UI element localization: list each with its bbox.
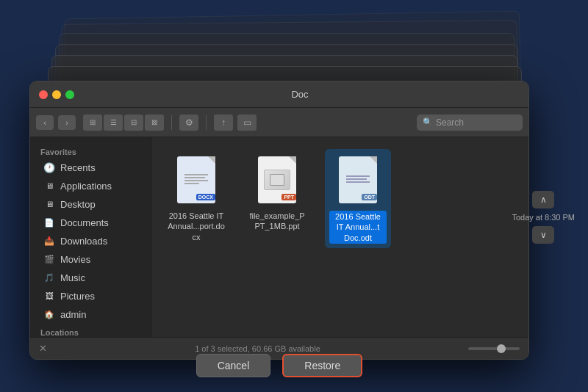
view-mode-group: ⊞ ☰ ⊟ ⊠: [83, 115, 164, 131]
downloads-icon: 📥: [43, 235, 55, 247]
search-box[interactable]: 🔍: [417, 115, 523, 131]
back-button[interactable]: ‹: [36, 115, 54, 130]
documents-icon: 📄: [43, 217, 55, 228]
movies-icon: 🎬: [43, 253, 55, 265]
locations-label: Locations: [30, 324, 151, 337]
favorites-label: Favorites: [30, 143, 151, 158]
grid-view-button[interactable]: ⊞: [83, 115, 102, 131]
size-slider[interactable]: [468, 347, 520, 350]
ppt-badge: PPT: [282, 194, 296, 200]
file-icon-odt: ODT: [336, 153, 380, 206]
sidebar-item-movies[interactable]: 🎬 Movies: [33, 250, 148, 268]
docx-badge: DOCX: [196, 194, 215, 200]
cancel-button[interactable]: Cancel: [196, 354, 271, 377]
file-item-ppt[interactable]: PPT file_example_PPT_1MB.ppt: [244, 149, 310, 236]
maximize-button[interactable]: [65, 90, 74, 99]
slider-thumb: [497, 344, 506, 353]
traffic-lights: [39, 90, 74, 99]
forward-button[interactable]: ›: [58, 115, 76, 130]
admin-icon: 🏠: [43, 308, 55, 320]
share-button[interactable]: ↑: [214, 115, 233, 131]
sidebar-item-label: Downloads: [60, 236, 107, 247]
file-item-docx[interactable]: DOCX 2016 Seattle IT Annual...port.docx: [163, 149, 229, 247]
sidebar-item-label: admin: [60, 309, 86, 320]
separator: [171, 115, 172, 130]
odt-icon-shape: ODT: [339, 156, 377, 203]
sidebar-item-admin[interactable]: 🏠 admin: [33, 305, 148, 323]
column-view-button[interactable]: ⊟: [124, 115, 143, 131]
slider-track: [468, 347, 520, 350]
sidebar: Favorites 🕐 Recents 🖥 Applications 🖥 Des…: [30, 137, 151, 337]
sidebar-item-documents[interactable]: 📄 Documents: [33, 214, 148, 231]
sidebar-item-label: Pictures: [60, 291, 95, 302]
statusbar-text: 1 of 3 selected, 60.66 GB available: [47, 344, 468, 353]
minimize-button[interactable]: [52, 90, 61, 99]
search-input[interactable]: [436, 117, 517, 128]
sidebar-item-label: Movies: [60, 254, 90, 265]
settings-button[interactable]: ⚙: [179, 115, 198, 131]
file-name-odt: 2016 Seattle IT Annual...t Doc.odt: [329, 211, 387, 244]
sidebar-item-pictures[interactable]: 🖼 Pictures: [33, 287, 148, 305]
action2-button[interactable]: ▭: [237, 115, 257, 131]
restore-button[interactable]: Restore: [282, 354, 362, 377]
sidebar-item-label: Desktop: [60, 199, 96, 210]
sidebar-item-label: Documents: [60, 217, 109, 228]
sidebar-item-applications[interactable]: 🖥 Applications: [33, 177, 148, 195]
toolbar: ‹ › ⊞ ☰ ⊟ ⊠ ⚙ ↑ ▭ 🔍: [30, 108, 528, 137]
scroll-up-button[interactable]: ∧: [532, 191, 554, 208]
scroll-down-button[interactable]: ∨: [532, 226, 554, 244]
desktop-icon: 🖥: [43, 198, 55, 210]
sidebar-item-desktop[interactable]: 🖥 Desktop: [33, 195, 148, 213]
search-icon: 🔍: [423, 117, 433, 127]
file-icon-ppt: PPT: [255, 153, 299, 206]
sidebar-item-label: Music: [60, 272, 85, 283]
music-icon: 🎵: [43, 272, 55, 283]
time-text: Today at 8:30 PM: [512, 213, 575, 222]
list-view-button[interactable]: ☰: [104, 115, 123, 131]
ppt-icon-shape: PPT: [258, 156, 296, 203]
separator2: [206, 115, 207, 130]
file-item-odt[interactable]: ODT 2016 Seattle IT Annual...t Doc.odt: [325, 149, 391, 248]
applications-icon: 🖥: [43, 180, 55, 192]
file-area: DOCX 2016 Seattle IT Annual...port.docx …: [151, 137, 528, 337]
file-name-ppt: file_example_PPT_1MB.ppt: [248, 211, 306, 232]
finder-window: Doc ‹ › ⊞ ☰ ⊟ ⊠ ⚙ ↑ ▭ 🔍 Favorites 🕐 Rece…: [29, 81, 529, 360]
window-title: Doc: [80, 89, 520, 100]
gallery-view-button[interactable]: ⊠: [145, 115, 164, 131]
sidebar-item-music[interactable]: 🎵 Music: [33, 269, 148, 286]
recents-icon: 🕐: [43, 161, 55, 173]
statusbar-close[interactable]: ✕: [39, 343, 47, 354]
odt-badge: ODT: [362, 194, 377, 200]
sidebar-item-label: Applications: [60, 181, 112, 192]
titlebar: Doc: [30, 81, 528, 108]
sidebar-item-label: Recents: [60, 162, 96, 173]
close-button[interactable]: [39, 90, 48, 99]
bottom-bar: Cancel Restore: [29, 354, 529, 377]
sidebar-item-recents[interactable]: 🕐 Recents: [33, 159, 148, 176]
file-name-docx: 2016 Seattle IT Annual...port.docx: [168, 211, 225, 242]
time-notification: ∧ Today at 8:30 PM ∨: [512, 191, 575, 244]
docx-icon-shape: DOCX: [177, 156, 215, 203]
file-icon-docx: DOCX: [174, 153, 218, 206]
pictures-icon: 🖼: [43, 290, 55, 302]
sidebar-item-downloads[interactable]: 📥 Downloads: [33, 232, 148, 250]
content-area: Favorites 🕐 Recents 🖥 Applications 🖥 Des…: [30, 137, 528, 337]
